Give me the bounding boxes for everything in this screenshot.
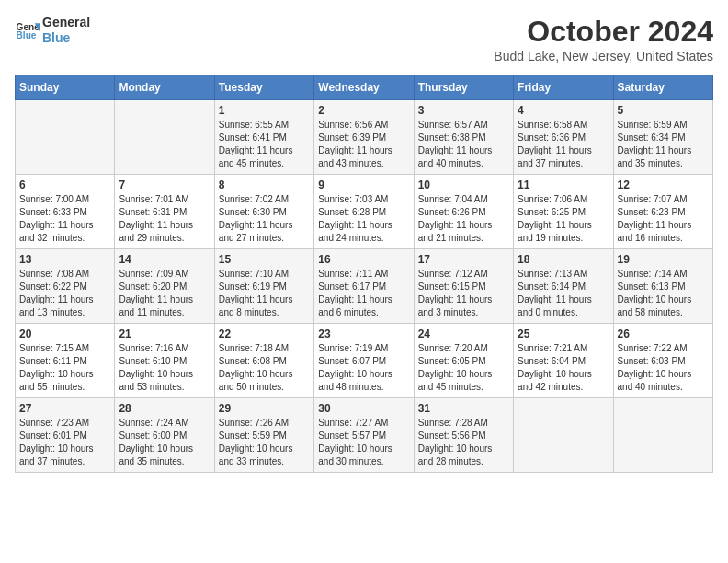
day-number: 9 — [318, 178, 409, 191]
col-header-saturday: Saturday — [613, 75, 712, 100]
day-info: Sunrise: 7:00 AM Sunset: 6:33 PM Dayligh… — [19, 193, 110, 245]
day-cell: 17Sunrise: 7:12 AM Sunset: 6:15 PM Dayli… — [414, 249, 513, 324]
svg-text:Blue: Blue — [17, 30, 37, 40]
logo-icon: General Blue — [15, 17, 40, 43]
day-info: Sunrise: 7:16 AM Sunset: 6:10 PM Dayligh… — [119, 342, 210, 394]
day-cell: 29Sunrise: 7:26 AM Sunset: 5:59 PM Dayli… — [214, 398, 313, 473]
calendar-header-row: SundayMondayTuesdayWednesdayThursdayFrid… — [16, 75, 713, 100]
day-cell — [514, 398, 613, 473]
day-number: 26 — [618, 327, 709, 340]
day-number: 27 — [19, 402, 110, 415]
day-number: 4 — [518, 104, 609, 117]
day-info: Sunrise: 7:20 AM Sunset: 6:05 PM Dayligh… — [418, 342, 509, 394]
day-number: 21 — [119, 327, 210, 340]
day-info: Sunrise: 7:04 AM Sunset: 6:26 PM Dayligh… — [418, 193, 509, 245]
day-info: Sunrise: 7:14 AM Sunset: 6:13 PM Dayligh… — [618, 268, 709, 319]
day-cell: 27Sunrise: 7:23 AM Sunset: 6:01 PM Dayli… — [16, 398, 115, 473]
col-header-thursday: Thursday — [414, 75, 513, 100]
day-number: 13 — [19, 253, 110, 266]
day-cell: 3Sunrise: 6:57 AM Sunset: 6:38 PM Daylig… — [414, 100, 513, 175]
day-info: Sunrise: 7:13 AM Sunset: 6:14 PM Dayligh… — [518, 268, 609, 319]
week-row-2: 6Sunrise: 7:00 AM Sunset: 6:33 PM Daylig… — [16, 175, 713, 249]
day-info: Sunrise: 7:06 AM Sunset: 6:25 PM Dayligh… — [518, 193, 609, 245]
day-cell: 6Sunrise: 7:00 AM Sunset: 6:33 PM Daylig… — [16, 175, 115, 249]
col-header-friday: Friday — [514, 75, 613, 100]
day-info: Sunrise: 7:10 AM Sunset: 6:19 PM Dayligh… — [219, 268, 310, 319]
day-cell: 21Sunrise: 7:16 AM Sunset: 6:10 PM Dayli… — [115, 324, 214, 398]
day-cell: 13Sunrise: 7:08 AM Sunset: 6:22 PM Dayli… — [16, 249, 115, 324]
week-row-3: 13Sunrise: 7:08 AM Sunset: 6:22 PM Dayli… — [16, 249, 713, 324]
day-cell: 25Sunrise: 7:21 AM Sunset: 6:04 PM Dayli… — [514, 324, 613, 398]
day-cell: 10Sunrise: 7:04 AM Sunset: 6:26 PM Dayli… — [414, 175, 513, 249]
day-info: Sunrise: 7:21 AM Sunset: 6:04 PM Dayligh… — [518, 342, 609, 394]
week-row-4: 20Sunrise: 7:15 AM Sunset: 6:11 PM Dayli… — [16, 324, 713, 398]
day-number: 2 — [318, 104, 409, 117]
day-number: 29 — [219, 402, 310, 415]
day-number: 20 — [19, 327, 110, 340]
day-info: Sunrise: 7:22 AM Sunset: 6:03 PM Dayligh… — [618, 342, 709, 394]
day-cell: 12Sunrise: 7:07 AM Sunset: 6:23 PM Dayli… — [613, 175, 712, 249]
day-cell: 1Sunrise: 6:55 AM Sunset: 6:41 PM Daylig… — [214, 100, 313, 175]
day-cell: 23Sunrise: 7:19 AM Sunset: 6:07 PM Dayli… — [314, 324, 414, 398]
day-number: 28 — [119, 402, 210, 415]
col-header-sunday: Sunday — [16, 75, 115, 100]
day-number: 16 — [318, 253, 409, 266]
day-info: Sunrise: 6:57 AM Sunset: 6:38 PM Dayligh… — [418, 119, 509, 170]
day-info: Sunrise: 7:03 AM Sunset: 6:28 PM Dayligh… — [318, 193, 409, 245]
day-info: Sunrise: 7:12 AM Sunset: 6:15 PM Dayligh… — [418, 268, 509, 319]
day-cell: 20Sunrise: 7:15 AM Sunset: 6:11 PM Dayli… — [16, 324, 115, 398]
day-info: Sunrise: 7:02 AM Sunset: 6:30 PM Dayligh… — [219, 193, 310, 245]
day-number: 24 — [418, 327, 509, 340]
day-number: 18 — [518, 253, 609, 266]
day-info: Sunrise: 7:24 AM Sunset: 6:00 PM Dayligh… — [119, 417, 210, 468]
day-number: 30 — [318, 402, 409, 415]
logo-text-blue: Blue — [42, 30, 90, 46]
day-cell: 15Sunrise: 7:10 AM Sunset: 6:19 PM Dayli… — [214, 249, 313, 324]
day-number: 23 — [318, 327, 409, 340]
day-number: 6 — [19, 178, 110, 191]
col-header-wednesday: Wednesday — [314, 75, 414, 100]
day-number: 15 — [219, 253, 310, 266]
day-info: Sunrise: 7:15 AM Sunset: 6:11 PM Dayligh… — [19, 342, 110, 394]
day-info: Sunrise: 7:11 AM Sunset: 6:17 PM Dayligh… — [318, 268, 409, 319]
day-info: Sunrise: 7:28 AM Sunset: 5:56 PM Dayligh… — [418, 417, 509, 468]
day-info: Sunrise: 7:07 AM Sunset: 6:23 PM Dayligh… — [618, 193, 709, 245]
day-number: 3 — [418, 104, 509, 117]
day-cell: 7Sunrise: 7:01 AM Sunset: 6:31 PM Daylig… — [115, 175, 214, 249]
day-info: Sunrise: 7:09 AM Sunset: 6:20 PM Dayligh… — [119, 268, 210, 319]
day-cell — [613, 398, 712, 473]
day-cell: 28Sunrise: 7:24 AM Sunset: 6:00 PM Dayli… — [115, 398, 214, 473]
day-cell: 22Sunrise: 7:18 AM Sunset: 6:08 PM Dayli… — [214, 324, 313, 398]
day-cell: 9Sunrise: 7:03 AM Sunset: 6:28 PM Daylig… — [314, 175, 414, 249]
day-cell: 16Sunrise: 7:11 AM Sunset: 6:17 PM Dayli… — [314, 249, 414, 324]
day-cell: 4Sunrise: 6:58 AM Sunset: 6:36 PM Daylig… — [514, 100, 613, 175]
col-header-monday: Monday — [115, 75, 214, 100]
day-info: Sunrise: 7:23 AM Sunset: 6:01 PM Dayligh… — [19, 417, 110, 468]
day-cell: 24Sunrise: 7:20 AM Sunset: 6:05 PM Dayli… — [414, 324, 513, 398]
day-cell: 14Sunrise: 7:09 AM Sunset: 6:20 PM Dayli… — [115, 249, 214, 324]
day-cell: 11Sunrise: 7:06 AM Sunset: 6:25 PM Dayli… — [514, 175, 613, 249]
col-header-tuesday: Tuesday — [214, 75, 313, 100]
day-info: Sunrise: 6:58 AM Sunset: 6:36 PM Dayligh… — [518, 119, 609, 170]
day-info: Sunrise: 7:01 AM Sunset: 6:31 PM Dayligh… — [119, 193, 210, 245]
day-cell: 19Sunrise: 7:14 AM Sunset: 6:13 PM Dayli… — [613, 249, 712, 324]
day-number: 12 — [618, 178, 709, 191]
day-cell — [16, 100, 115, 175]
page-header: General Blue General Blue October 2024 B… — [15, 15, 713, 63]
day-cell — [115, 100, 214, 175]
day-number: 17 — [418, 253, 509, 266]
day-number: 7 — [119, 178, 210, 191]
day-info: Sunrise: 7:08 AM Sunset: 6:22 PM Dayligh… — [19, 268, 110, 319]
day-cell: 8Sunrise: 7:02 AM Sunset: 6:30 PM Daylig… — [214, 175, 313, 249]
day-cell: 5Sunrise: 6:59 AM Sunset: 6:34 PM Daylig… — [613, 100, 712, 175]
day-number: 22 — [219, 327, 310, 340]
day-info: Sunrise: 6:59 AM Sunset: 6:34 PM Dayligh… — [618, 119, 709, 170]
day-cell: 2Sunrise: 6:56 AM Sunset: 6:39 PM Daylig… — [314, 100, 414, 175]
day-info: Sunrise: 7:19 AM Sunset: 6:07 PM Dayligh… — [318, 342, 409, 394]
day-number: 5 — [618, 104, 709, 117]
day-info: Sunrise: 6:55 AM Sunset: 6:41 PM Dayligh… — [219, 119, 310, 170]
month-title: October 2024 — [494, 15, 713, 49]
day-number: 11 — [518, 178, 609, 191]
day-info: Sunrise: 7:27 AM Sunset: 5:57 PM Dayligh… — [318, 417, 409, 468]
day-number: 8 — [219, 178, 310, 191]
